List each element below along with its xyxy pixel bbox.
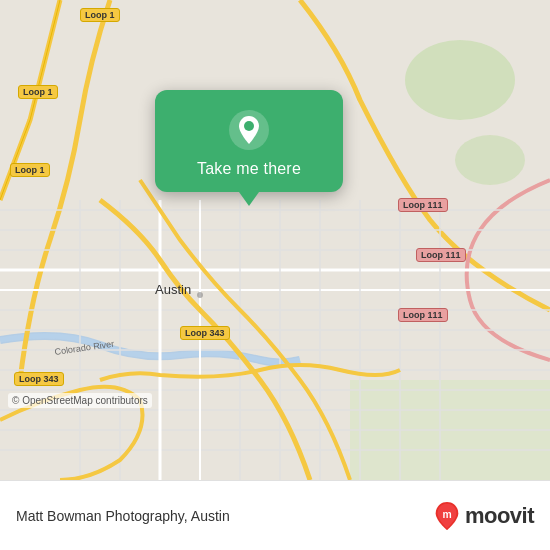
svg-point-27 bbox=[197, 292, 203, 298]
svg-point-1 bbox=[405, 40, 515, 120]
take-me-there-button[interactable]: Take me there bbox=[197, 160, 301, 178]
svg-point-2 bbox=[455, 135, 525, 185]
moovit-logo: m moovit bbox=[433, 500, 534, 532]
loop-label-111b: Loop 111 bbox=[416, 248, 466, 262]
loop-label-343a: Loop 343 bbox=[180, 326, 230, 340]
attribution-text: © OpenStreetMap contributors bbox=[8, 393, 152, 408]
bottom-bar: Matt Bowman Photography, Austin m moovit bbox=[0, 480, 550, 550]
moovit-pin-icon: m bbox=[433, 500, 461, 532]
svg-text:m: m bbox=[442, 508, 451, 519]
loop-label-343b: Loop 343 bbox=[14, 372, 64, 386]
popup-card: Take me there bbox=[155, 90, 343, 192]
location-pin-icon bbox=[227, 108, 271, 152]
location-text: Matt Bowman Photography, Austin bbox=[16, 508, 230, 524]
loop-label-111c: Loop 111 bbox=[398, 308, 448, 322]
loop-label-1a: Loop 1 bbox=[80, 8, 120, 22]
map-container: Colorado River Loop 1 Loop 1 Loop 1 Loop… bbox=[0, 0, 550, 480]
loop-label-1c: Loop 1 bbox=[10, 163, 50, 177]
svg-point-30 bbox=[244, 121, 254, 131]
loop-label-1b: Loop 1 bbox=[18, 85, 58, 99]
moovit-logo-text: moovit bbox=[465, 503, 534, 529]
city-label: Austin bbox=[155, 282, 191, 297]
loop-label-111a: Loop 111 bbox=[398, 198, 448, 212]
